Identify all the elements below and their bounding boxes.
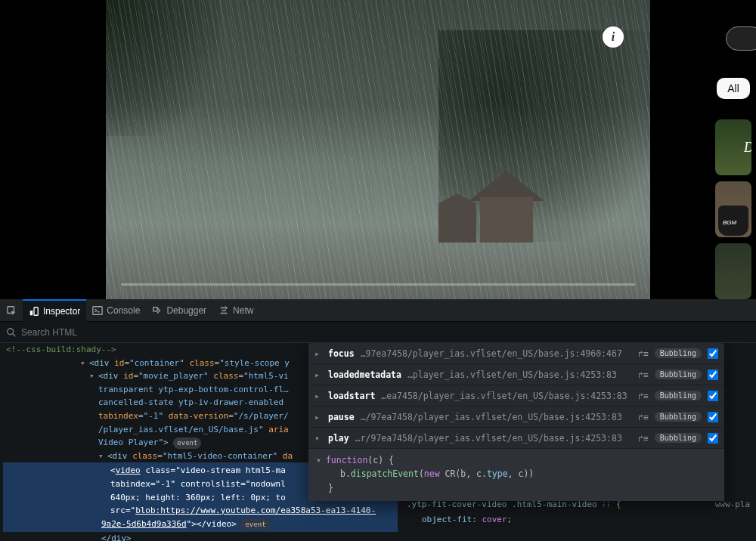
bubbling-badge: Bubbling (655, 391, 702, 400)
goto-icon[interactable]: ↱≡ (638, 348, 649, 359)
tab-network[interactable]: Netw (212, 299, 259, 322)
search-input[interactable] (21, 327, 750, 338)
bubbling-badge: Bubbling (655, 433, 702, 443)
twisty-icon[interactable]: ▸ (314, 391, 322, 401)
css-declaration[interactable]: object-fit: cover; (407, 512, 750, 527)
rain-effect-2 (106, 0, 650, 299)
right-sidebar: All D BGM (711, 0, 756, 299)
event-row[interactable]: ▸ loadstart …ea7458/player_ias.vflset/en… (308, 385, 724, 407)
search-icon (6, 327, 17, 338)
event-listeners-popup: ▸ focus …97ea7458/player_ias.vflset/en_U… (308, 343, 724, 501)
bubbling-badge: Bubbling (655, 369, 702, 379)
thumbnail-2[interactable]: BGM (715, 181, 751, 237)
event-badge[interactable]: event (173, 437, 201, 448)
event-toggle-checkbox[interactable] (708, 369, 718, 380)
thumbnail-label: BGM (723, 219, 736, 226)
event-source-link[interactable]: …97ea7458/player_ias.vflset/en_US/base.j… (361, 348, 632, 359)
dom-node-close[interactable]: </div> (3, 532, 398, 541)
house-graphic (438, 171, 575, 254)
event-toggle-checkbox[interactable] (708, 412, 718, 422)
tab-console[interactable]: Console (86, 299, 146, 322)
thumbnail-label: D (744, 139, 751, 155)
element-picker-button[interactable] (0, 299, 23, 322)
event-name: loadstart (328, 391, 375, 401)
event-row[interactable]: ▸ focus …97ea7458/player_ias.vflset/en_U… (308, 343, 724, 364)
svg-rect-2 (34, 307, 38, 315)
tab-label: Inspector (43, 306, 80, 317)
html-search-bar (0, 322, 756, 343)
tab-label: Netw (233, 305, 253, 316)
bubbling-badge: Bubbling (655, 412, 702, 422)
event-source-link[interactable]: …/97ea7458/player_ias.vflset/en_US/base.… (361, 412, 632, 422)
info-icon[interactable]: i (603, 26, 624, 48)
event-source-link[interactable]: …player_ias.vflset/en_US/base.js:4253:83 (407, 369, 632, 380)
event-badge[interactable]: event (241, 519, 269, 530)
tab-label: Console (107, 305, 140, 316)
bubbling-badge: Bubbling (655, 348, 702, 358)
event-source-link[interactable]: …ea7458/player_ias.vflset/en_US/base.js:… (381, 391, 632, 401)
tab-inspector[interactable]: Inspector (23, 299, 86, 322)
event-toggle-checkbox[interactable] (708, 391, 718, 401)
event-row[interactable]: ▾ play …r/97ea7458/player_ias.vflset/en_… (308, 428, 724, 449)
event-handler-code: ▾function(c) { b.dispatchEvent(new CR(b,… (308, 449, 724, 501)
event-toggle-checkbox[interactable] (708, 433, 718, 444)
event-source-link[interactable]: …r/97ea7458/player_ias.vflset/en_US/base… (355, 433, 632, 444)
goto-icon[interactable]: ↱≡ (638, 412, 649, 422)
event-name: loadedmetadata (328, 369, 401, 380)
tab-label: Debugger (166, 305, 206, 316)
twisty-icon[interactable]: ▸ (314, 348, 322, 359)
twisty-icon[interactable] (89, 369, 97, 383)
devtools-panel: Inspector Console Debugger Netw <!--css-… (0, 299, 756, 541)
twisty-icon[interactable] (80, 357, 88, 370)
event-name: focus (328, 348, 355, 359)
twisty-icon[interactable]: ▸ (314, 369, 322, 380)
svg-rect-1 (30, 311, 33, 315)
video-area: i (0, 0, 756, 299)
twisty-icon[interactable]: ▸ (314, 412, 322, 422)
event-row[interactable]: ▸ loadedmetadata …player_ias.vflset/en_U… (308, 364, 724, 385)
devtools-tabbar: Inspector Console Debugger Netw (0, 299, 756, 322)
goto-icon[interactable]: ↱≡ (638, 369, 649, 380)
thumbnail-3[interactable] (715, 243, 751, 299)
svg-rect-4 (153, 307, 157, 311)
video-player[interactable]: i (106, 0, 650, 299)
event-toggle-checkbox[interactable] (708, 348, 718, 359)
event-row[interactable]: ▸ pause …/97ea7458/player_ias.vflset/en_… (308, 407, 724, 428)
video-progress-bar[interactable] (121, 283, 635, 286)
event-name: pause (328, 412, 355, 422)
svg-point-5 (8, 328, 14, 334)
filter-all-button[interactable]: All (717, 78, 750, 99)
goto-icon[interactable]: ↱≡ (638, 433, 649, 444)
event-name: play (328, 433, 349, 444)
thumbnail-1[interactable]: D (715, 119, 751, 175)
twisty-icon[interactable]: ▾ (314, 433, 322, 444)
twisty-icon[interactable] (98, 450, 106, 463)
goto-icon[interactable]: ↱≡ (638, 391, 649, 401)
tab-debugger[interactable]: Debugger (146, 299, 212, 322)
